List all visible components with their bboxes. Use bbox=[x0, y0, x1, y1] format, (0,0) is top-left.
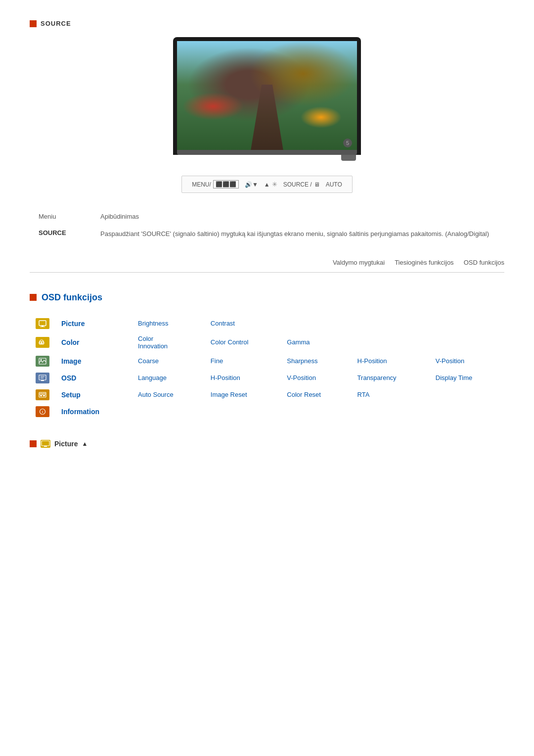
transparency-item[interactable]: Transparency bbox=[357, 374, 397, 381]
source-label-bar: SOURCE / bbox=[283, 181, 312, 188]
monitor-icon: 🖥 bbox=[314, 181, 320, 188]
monitor-stand bbox=[173, 155, 361, 161]
brightness-item[interactable]: Brightness bbox=[138, 320, 168, 327]
svg-rect-11 bbox=[41, 380, 44, 381]
contrast-item[interactable]: Contrast bbox=[211, 320, 235, 327]
osd-grid: Picture Brightness Contrast Color ColorI… bbox=[30, 315, 504, 420]
monitor-base-bar bbox=[177, 150, 357, 155]
table-row: OSD Language H-Position V-Position Trans… bbox=[30, 370, 504, 386]
table-row: Color ColorInnovation Color Control Gamm… bbox=[30, 332, 504, 353]
menu-icon-box: ⬛⬛⬛ bbox=[213, 180, 239, 189]
description-table: Meniu Apibūdinimas SOURCE Paspaudžiant '… bbox=[30, 208, 504, 244]
coarse-item[interactable]: Coarse bbox=[138, 357, 159, 365]
monitor-stand-piece bbox=[341, 155, 356, 161]
source-row-label: SOURCE bbox=[31, 225, 75, 243]
monitor-screen-wrapper: 5 bbox=[173, 37, 361, 155]
monitor-container: 5 bbox=[30, 37, 504, 161]
auto-source-item[interactable]: Auto Source bbox=[138, 391, 174, 398]
col1-header: Meniu bbox=[31, 209, 75, 224]
sharpness-item[interactable]: Sharpness bbox=[287, 357, 317, 365]
table-row: Setup Auto Source Image Reset Color Rese… bbox=[30, 386, 504, 403]
arrow-icons: 🔊▼ bbox=[245, 181, 258, 188]
svg-point-7 bbox=[41, 359, 42, 360]
ctrl-brightness: ▲ ✳ bbox=[264, 181, 277, 188]
svg-rect-14 bbox=[43, 393, 45, 395]
arrow-up-icon: ▲ bbox=[82, 440, 88, 447]
ctrl-source: SOURCE / 🖥 bbox=[283, 181, 320, 188]
color-control-item[interactable]: Color Control bbox=[211, 338, 249, 346]
h-position-osd-item[interactable]: H-Position bbox=[211, 374, 240, 381]
menu-label: MENU/ bbox=[192, 181, 211, 188]
fine-item[interactable]: Fine bbox=[211, 357, 223, 365]
osd-section-icon bbox=[30, 294, 37, 301]
sun-icon: ✳ bbox=[272, 181, 277, 188]
picture-footer: Picture ▲ bbox=[30, 440, 504, 448]
ctrl-menu: MENU/ ⬛⬛⬛ bbox=[192, 180, 239, 189]
image-icon bbox=[36, 356, 49, 367]
picture-label[interactable]: Picture bbox=[61, 320, 85, 328]
control-bar-container: MENU/ ⬛⬛⬛ 🔊▼ ▲ ✳ SOURCE / 🖥 AUTO bbox=[30, 176, 504, 193]
source-header: SOURCE bbox=[30, 20, 504, 27]
svg-rect-2 bbox=[40, 327, 45, 327]
table-row: Picture Brightness Contrast bbox=[30, 315, 504, 332]
image-label[interactable]: Image bbox=[61, 357, 81, 365]
osd-section-title: OSD funkcijos bbox=[42, 292, 102, 303]
footer-gold-icon bbox=[41, 440, 50, 448]
source-icon bbox=[30, 20, 37, 27]
osd-section-header: OSD funkcijos bbox=[30, 292, 504, 303]
gamma-item[interactable]: Gamma bbox=[287, 338, 310, 346]
monitor-number: 5 bbox=[343, 139, 352, 147]
source-title: SOURCE bbox=[41, 20, 71, 27]
svg-rect-15 bbox=[40, 395, 42, 396]
svg-rect-19 bbox=[42, 441, 49, 446]
v-position-osd-item[interactable]: V-Position bbox=[287, 374, 316, 381]
control-bar: MENU/ ⬛⬛⬛ 🔊▼ ▲ ✳ SOURCE / 🖥 AUTO bbox=[181, 176, 353, 193]
svg-rect-0 bbox=[39, 321, 46, 326]
tab-osd[interactable]: OSD funkcijos bbox=[464, 259, 504, 268]
auto-label: AUTO bbox=[326, 181, 342, 188]
tab-valdymo[interactable]: Valdymo mygtukai bbox=[333, 259, 385, 268]
footer-red-icon bbox=[30, 440, 37, 447]
nav-tabs: Valdymo mygtukai Tiesioginės funkcijos O… bbox=[30, 259, 504, 273]
col2-header: Apibūdinimas bbox=[92, 209, 503, 224]
tab-tiesioginės[interactable]: Tiesioginės funkcijos bbox=[395, 259, 453, 268]
osd-label[interactable]: OSD bbox=[61, 374, 76, 382]
color-icon bbox=[36, 337, 49, 348]
monitor-display: 5 bbox=[173, 37, 361, 161]
v-position-image-item[interactable]: V-Position bbox=[436, 357, 465, 365]
setup-icon bbox=[36, 389, 49, 400]
osd-row-icon bbox=[36, 373, 49, 383]
svg-rect-20 bbox=[44, 446, 47, 447]
language-item[interactable]: Language bbox=[138, 374, 167, 381]
svg-text:i: i bbox=[42, 410, 43, 414]
svg-rect-13 bbox=[40, 393, 42, 395]
brightness-arrows: ▲ bbox=[264, 181, 270, 188]
display-time-item[interactable]: Display Time bbox=[436, 374, 472, 381]
ctrl-auto: AUTO bbox=[326, 181, 342, 188]
svg-rect-1 bbox=[42, 326, 44, 327]
footer-picture-label: Picture bbox=[54, 440, 78, 448]
color-label[interactable]: Color bbox=[61, 338, 80, 346]
h-position-image-item[interactable]: H-Position bbox=[357, 357, 387, 365]
setup-label[interactable]: Setup bbox=[61, 391, 81, 399]
table-row: i Information bbox=[30, 403, 504, 420]
info-icon: i bbox=[36, 406, 49, 417]
information-label[interactable]: Information bbox=[61, 408, 99, 416]
ctrl-arrows: 🔊▼ bbox=[245, 181, 258, 188]
source-row-text: Paspaudžiant 'SOURCE' (signalo šaltinio)… bbox=[92, 225, 503, 243]
svg-rect-16 bbox=[43, 395, 45, 396]
picture-icon bbox=[36, 318, 49, 329]
monitor-screen: 5 bbox=[177, 41, 357, 150]
image-reset-item[interactable]: Image Reset bbox=[211, 391, 247, 398]
color-innovation-item[interactable]: ColorInnovation bbox=[138, 335, 168, 350]
table-row: Image Coarse Fine Sharpness H-Position V… bbox=[30, 353, 504, 370]
color-reset-item[interactable]: Color Reset bbox=[287, 391, 321, 398]
svg-rect-8 bbox=[39, 375, 46, 380]
rta-item[interactable]: RTA bbox=[357, 391, 370, 398]
